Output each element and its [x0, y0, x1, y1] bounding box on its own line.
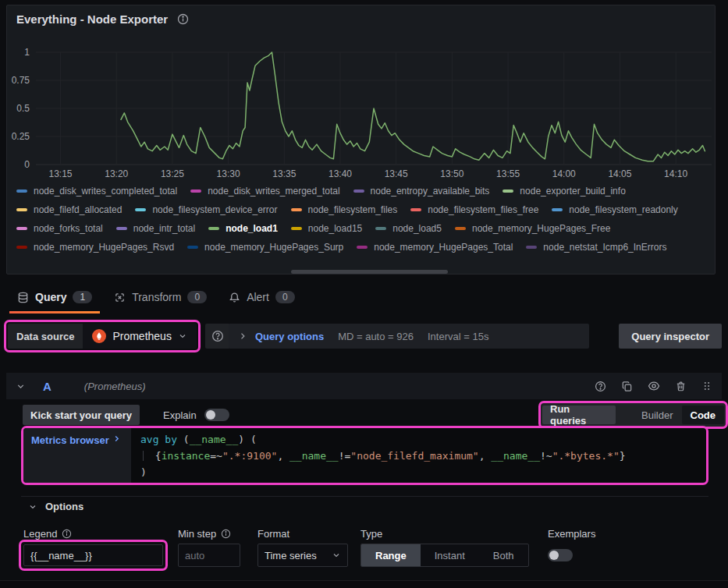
legend-item[interactable]: node_disk_writes_merged_total — [190, 186, 339, 197]
legend-series-label: node_netstat_Icmp6_InErrors — [543, 242, 666, 253]
legend-series-color — [375, 227, 386, 230]
chart-legend: node_disk_writes_completed_totalnode_dis… — [16, 182, 711, 257]
horizontal-scrollbar[interactable] — [291, 270, 448, 274]
legend-item[interactable]: node_disk_writes_completed_total — [16, 186, 177, 197]
legend-series-color — [502, 190, 513, 193]
kick-start-query-button[interactable]: Kick start your query — [23, 405, 140, 425]
query-options-link[interactable]: Query options — [255, 331, 324, 342]
toggle-visibility-icon[interactable] — [648, 380, 660, 392]
legend-series-color — [291, 208, 302, 211]
type-option-range[interactable]: Range — [361, 544, 421, 566]
legend-item[interactable]: node_filesystem_files_free — [410, 204, 538, 215]
legend-row: node_disk_writes_completed_totalnode_dis… — [16, 182, 711, 200]
query-help-icon[interactable] — [595, 381, 606, 392]
legend-item[interactable]: node_filesystem_readonly — [552, 204, 677, 215]
legend-series-color — [357, 246, 368, 249]
legend-item[interactable]: node_intr_total — [116, 223, 195, 234]
legend-series-color — [552, 208, 563, 211]
tab-alert-label: Alert — [247, 291, 269, 303]
legend-series-color — [291, 227, 302, 230]
legend-item[interactable]: node_exporter_build_info — [502, 186, 625, 197]
legend-series-label: node_memory_HugePages_Free — [472, 223, 610, 234]
drag-handle-icon[interactable] — [701, 381, 712, 391]
legend-item[interactable]: node_filesystem_files — [291, 204, 398, 215]
legend-item[interactable]: node_filesystem_device_error — [135, 204, 277, 215]
legend-item[interactable]: node_load1 — [208, 223, 278, 234]
min-step-input[interactable] — [179, 544, 240, 566]
query-ref-id[interactable]: A — [43, 380, 51, 393]
indent-guide — [143, 451, 144, 461]
legend-series-label: node_exporter_build_info — [520, 186, 625, 197]
tab-transform-label: Transform — [132, 291, 181, 303]
legend-series-color — [16, 208, 27, 211]
query-row-header[interactable]: A (Prometheus) — [6, 373, 722, 399]
legend-series-label: node_intr_total — [133, 223, 195, 234]
datasource-help-button[interactable] — [205, 324, 230, 349]
legend-item[interactable]: node_memory_HugePages_Surp — [187, 242, 343, 253]
legend-series-label: node_memory_HugePages_Surp — [204, 242, 343, 253]
panel-title: Everything - Node Exporter — [16, 12, 168, 26]
min-step-field-label: Min step — [178, 528, 231, 540]
code-line: ) — [140, 464, 697, 480]
code-mode-option[interactable]: Code — [682, 406, 725, 424]
options-header-label: Options — [45, 501, 83, 512]
type-option-instant[interactable]: Instant — [421, 544, 479, 566]
svg-text:13:50: 13:50 — [440, 168, 463, 179]
svg-text:13:35: 13:35 — [272, 168, 296, 179]
datasource-group-highlight: Data source Prometheus — [4, 320, 201, 352]
legend-series-color — [526, 246, 537, 249]
datasource-picker[interactable]: Prometheus — [83, 324, 196, 349]
legend-series-label: node_disk_writes_completed_total — [34, 186, 177, 197]
tab-transform[interactable]: Transform 0 — [103, 281, 218, 313]
toggle-knob — [206, 410, 215, 420]
metrics-browser-label: Metrics browser — [31, 434, 109, 446]
question-circle-icon — [211, 330, 224, 342]
collapse-chevron-icon[interactable] — [16, 381, 26, 391]
legend-item[interactable]: node_memory_HugePages_Free — [455, 223, 610, 234]
legend-item[interactable]: node_netstat_Icmp6_InErrors — [526, 242, 666, 253]
format-value: Time series — [265, 550, 317, 561]
metrics-browser-button[interactable]: Metrics browser — [23, 428, 131, 483]
legend-item[interactable]: node_filefd_allocated — [16, 204, 122, 215]
svg-text:0: 0 — [24, 159, 30, 170]
legend-item[interactable]: node_forks_total — [16, 223, 103, 234]
explain-toggle[interactable] — [204, 409, 229, 421]
toggle-knob — [549, 551, 559, 560]
format-select[interactable]: Time series — [257, 544, 348, 567]
legend-format-input[interactable] — [23, 544, 163, 566]
delete-query-icon[interactable] — [675, 381, 687, 392]
panel-info-icon[interactable] — [177, 13, 189, 25]
tab-query[interactable]: Query 1 — [6, 281, 103, 313]
info-icon[interactable] — [221, 529, 231, 539]
query-options-bar[interactable]: Query options MD = auto = 926 Interval =… — [229, 324, 589, 349]
type-option-both[interactable]: Both — [479, 544, 528, 566]
legend-item[interactable]: node_load5 — [375, 223, 442, 234]
legend-item[interactable]: node_load15 — [291, 223, 362, 234]
legend-item[interactable]: node_entropy_available_bits — [353, 186, 490, 197]
tab-alert[interactable]: Alert 0 — [218, 281, 305, 313]
builder-mode-option[interactable]: Builder — [633, 406, 681, 424]
query-inspector-button[interactable]: Query inspector — [619, 324, 722, 349]
legend-input-highlight — [19, 540, 168, 571]
promql-code-editor[interactable]: avg by (__name__) ( {instance=~".*:9100"… — [131, 428, 706, 483]
legend-row: node_forks_totalnode_intr_totalnode_load… — [16, 219, 711, 238]
svg-text:14:05: 14:05 — [608, 168, 631, 179]
svg-text:0.5: 0.5 — [16, 103, 30, 114]
legend-series-label: node_filesystem_readonly — [569, 204, 677, 215]
exemplars-toggle[interactable] — [548, 549, 573, 561]
legend-item[interactable]: node_memory_HugePages_Rsvd — [16, 242, 174, 253]
legend-series-label: node_load5 — [392, 223, 442, 234]
svg-text:13:30: 13:30 — [217, 168, 240, 179]
duplicate-query-icon[interactable] — [621, 381, 633, 392]
legend-item[interactable]: node_memory_HugePages_Total — [357, 242, 513, 253]
svg-text:0.75: 0.75 — [12, 75, 30, 86]
options-section-header[interactable]: Options — [28, 501, 83, 512]
time-series-chart[interactable]: 00.250.50.75113:1513:2013:2513:3013:3513… — [7, 34, 715, 186]
legend-series-color — [16, 227, 27, 230]
info-icon[interactable] — [62, 529, 72, 539]
interval-text: Interval = 15s — [428, 331, 488, 342]
legend-series-label: node_memory_HugePages_Total — [374, 242, 513, 253]
run-queries-button[interactable]: Run queries — [542, 406, 616, 424]
options-divider — [21, 496, 708, 497]
code-line: avg by (__name__) ( — [140, 431, 697, 448]
